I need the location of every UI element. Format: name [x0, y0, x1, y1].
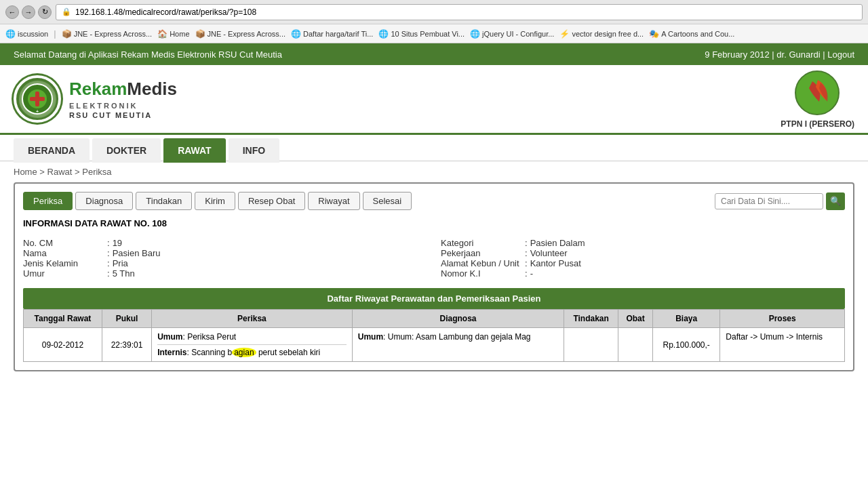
value-nama: Pasien Baru	[113, 248, 161, 258]
label-nocm: No. CM	[23, 238, 104, 248]
col-pukul: Pukul	[102, 310, 151, 328]
refresh-button[interactable]: ↻	[38, 5, 52, 19]
bookmark-icon-6: 🌐	[470, 29, 480, 39]
back-button[interactable]: ←	[5, 5, 19, 19]
bookmark-icon-4: 🌐	[291, 29, 301, 39]
bookmark-item[interactable]: ⚡ vector design free d...	[559, 29, 644, 39]
logo-hospital: RSU CUT MEUTIA	[69, 110, 177, 120]
bookmark-item[interactable]: 🎭 A Cartoons and Cou...	[649, 29, 734, 39]
info-row-kategori: Kategori : Pasien Dalam	[441, 238, 845, 248]
logo-svg: +	[20, 82, 54, 116]
value-kategori: Pasien Dalam	[530, 238, 585, 248]
logo-area: + RekamMedis ELEKTRONIK RSU CUT MEUTIA	[14, 75, 177, 123]
header: + RekamMedis ELEKTRONIK RSU CUT MEUTIA P…	[0, 65, 868, 133]
tab-periksa[interactable]: Periksa	[23, 192, 73, 210]
breadcrumb: Home > Rawat > Periksa	[0, 161, 868, 182]
bookmark-icon-8: 🎭	[649, 29, 659, 39]
bookmark-icon-5: 🌐	[378, 29, 389, 39]
periksa-internis-text: Scanning bagian perut sebelah kiri	[191, 348, 320, 357]
col-periksa: Periksa	[152, 310, 353, 328]
ptpn-logo	[791, 69, 845, 117]
col-obat: Obat	[618, 310, 653, 328]
col-proses: Proses	[720, 310, 845, 328]
value-umur: 5 Thn	[113, 268, 135, 279]
bookmark-icon-7: ⚡	[559, 29, 570, 39]
col-diagnosa: Diagnosa	[352, 310, 564, 328]
nav-rawat[interactable]: RAWAT	[163, 138, 226, 163]
bookmark-icon-1: 📦	[62, 29, 72, 39]
info-left: No. CM : 19 Nama : Pasien Baru Jenis Kel…	[23, 238, 427, 279]
breadcrumb-home[interactable]: Home	[14, 167, 37, 177]
bookmarks-bar: 🌐 iscussion | 📦 JNE - Express Across... …	[0, 24, 868, 43]
tab-diagnosa[interactable]: Diagnosa	[75, 192, 133, 210]
info-grid: No. CM : 19 Nama : Pasien Baru Jenis Kel…	[23, 238, 845, 279]
bookmark-icon-3: 📦	[195, 29, 205, 39]
value-nocm: 19	[113, 238, 122, 248]
col-tanggal: Tanggal Rawat	[24, 310, 102, 328]
label-kelamin: Jenis Kelamin	[23, 258, 104, 268]
address-text: 192.168.1.48/medicalrecord/rawat/periksa…	[75, 7, 256, 17]
highlight-span: agian	[232, 348, 256, 357]
table-row: 09-02-2012 22:39:01 Umum: Periksa Perut …	[24, 328, 845, 362]
logo-inner: +	[19, 81, 56, 118]
bookmark-item[interactable]: 📦 JNE - Express Across...	[62, 29, 153, 39]
user-info: 9 February 2012 | dr. Gunardi | Logout	[705, 49, 854, 60]
nav-info[interactable]: INFO	[229, 138, 279, 163]
breadcrumb-periksa: Periksa	[82, 167, 111, 177]
info-row-kelamin: Jenis Kelamin : Pria	[23, 258, 427, 268]
label-pekerjaan: Pekerjaan	[441, 248, 522, 258]
bookmark-item[interactable]: 🌐 jQuery UI - Configur...	[470, 29, 554, 39]
cell-periksa: Umum: Periksa Perut Internis: Scanning b…	[152, 328, 353, 362]
nav-beranda[interactable]: BERANDA	[14, 138, 90, 163]
logo-title: RekamMedis	[69, 78, 177, 101]
label-umur: Umur	[23, 268, 104, 279]
label-nama: Nama	[23, 248, 104, 258]
tab-tindakan[interactable]: Tindakan	[136, 192, 192, 210]
bookmark-item[interactable]: 📦 JNE - Express Across...	[195, 29, 286, 39]
forward-button[interactable]: →	[22, 5, 35, 19]
cell-biaya: Rp.100.000,-	[653, 328, 720, 362]
value-alamat: Kantor Pusat	[530, 258, 581, 268]
data-table: Tanggal Rawat Pukul Periksa Diagnosa Tin…	[23, 309, 845, 362]
bookmark-item[interactable]: 🌐 Daftar harga/tarif Ti...	[291, 29, 373, 39]
value-kelamin: Pria	[113, 258, 128, 268]
diagnosa-text: Umum: Asam Lambung dan gejala Mag	[388, 332, 531, 342]
info-row-umur: Umur : 5 Thn	[23, 268, 427, 279]
breadcrumb-sep2: >	[75, 167, 82, 177]
breadcrumb-rawat[interactable]: Rawat	[47, 167, 73, 177]
bookmark-item[interactable]: 🌐 10 Situs Pembuat Vi...	[378, 29, 465, 39]
svg-text:+: +	[36, 109, 39, 114]
info-title: INFORMASI DATA RAWAT NO. 108	[23, 218, 845, 231]
label-nomor: Nomor K.I	[441, 268, 522, 279]
bookmark-icon-2: 🏠	[157, 29, 167, 39]
info-row-pekerjaan: Pekerjaan : Volunteer	[441, 248, 845, 258]
bookmark-separator: |	[54, 28, 56, 39]
cell-proses: Daftar -> Umum -> Internis	[720, 328, 845, 362]
sub-tabs: Periksa Diagnosa Tindakan Kirim Resep Ob…	[23, 192, 845, 210]
tab-riwayat[interactable]: Riwayat	[308, 192, 359, 210]
nav-bar: BERANDA DOKTER RAWAT INFO	[0, 133, 868, 161]
nav-dokter[interactable]: DOKTER	[92, 138, 161, 163]
right-logo-area: PTPN I (PERSERO)	[781, 69, 854, 129]
logo-subtitle: ELEKTRONIK	[69, 101, 177, 110]
search-input[interactable]	[715, 193, 823, 209]
notification-bar: Selamat Datang di Aplikasi Rekam Medis E…	[0, 43, 868, 65]
info-row-nama: Nama : Pasien Baru	[23, 248, 427, 258]
cell-diagnosa: Umum: Umum: Asam Lambung dan gejala Mag	[352, 328, 564, 362]
table-header-row: Tanggal Rawat Pukul Periksa Diagnosa Tin…	[24, 310, 845, 328]
table-section-title: Daftar Riwayat Perawatan dan Pemeriksaan…	[23, 288, 845, 309]
logo-title-dark: Medis	[127, 79, 177, 99]
address-bar[interactable]: 🔒 192.168.1.48/medicalrecord/rawat/perik…	[56, 4, 863, 20]
bookmark-item[interactable]: 🏠 Home	[157, 29, 189, 39]
search-button[interactable]: 🔍	[826, 192, 845, 210]
bookmark-item[interactable]: 🌐 iscussion	[5, 29, 48, 39]
periksa-umum-text: Periksa Perut	[187, 332, 236, 342]
nav-icons: ← → ↻	[5, 5, 52, 19]
lock-icon: 🔒	[62, 7, 71, 16]
tab-kirim[interactable]: Kirim	[195, 192, 235, 210]
label-kategori: Kategori	[441, 238, 522, 248]
periksa-umum: Umum: Periksa Perut	[157, 332, 347, 342]
tab-resep-obat[interactable]: Resep Obat	[238, 192, 305, 210]
tab-selesai[interactable]: Selesai	[363, 192, 412, 210]
col-tindakan: Tindakan	[564, 310, 618, 328]
